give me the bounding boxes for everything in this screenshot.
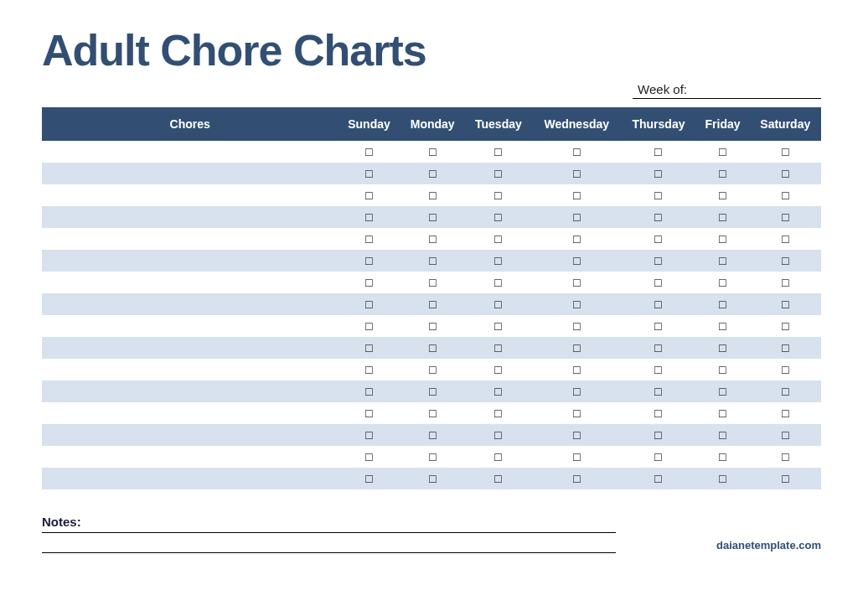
chore-name-cell[interactable]: [42, 468, 338, 489]
checkbox-cell[interactable]: ☐: [750, 250, 821, 272]
chore-name-cell[interactable]: [42, 293, 338, 315]
checkbox-cell[interactable]: ☐: [532, 315, 621, 337]
checkbox-cell[interactable]: ☐: [695, 446, 749, 468]
checkbox-cell[interactable]: ☐: [750, 141, 821, 163]
checkbox-cell[interactable]: ☐: [400, 206, 465, 228]
checkbox-cell[interactable]: ☐: [338, 359, 400, 380]
checkbox-cell[interactable]: ☐: [465, 163, 532, 184]
checkbox-cell[interactable]: ☐: [338, 163, 400, 184]
checkbox-cell[interactable]: ☐: [400, 402, 465, 424]
checkbox-cell[interactable]: ☐: [338, 272, 400, 293]
checkbox-cell[interactable]: ☐: [532, 337, 621, 359]
checkbox-cell[interactable]: ☐: [750, 402, 821, 424]
checkbox-cell[interactable]: ☐: [400, 272, 465, 293]
checkbox-cell[interactable]: ☐: [750, 359, 821, 380]
checkbox-cell[interactable]: ☐: [621, 402, 695, 424]
checkbox-cell[interactable]: ☐: [750, 206, 821, 228]
checkbox-cell[interactable]: ☐: [695, 141, 749, 163]
checkbox-cell[interactable]: ☐: [338, 141, 400, 163]
chore-name-cell[interactable]: [42, 206, 338, 228]
checkbox-cell[interactable]: ☐: [465, 402, 532, 424]
checkbox-cell[interactable]: ☐: [532, 402, 621, 424]
checkbox-cell[interactable]: ☐: [532, 468, 621, 489]
checkbox-cell[interactable]: ☐: [400, 446, 465, 468]
checkbox-cell[interactable]: ☐: [338, 315, 400, 337]
checkbox-cell[interactable]: ☐: [338, 402, 400, 424]
checkbox-cell[interactable]: ☐: [400, 163, 465, 184]
checkbox-cell[interactable]: ☐: [750, 468, 821, 489]
checkbox-cell[interactable]: ☐: [532, 293, 621, 315]
checkbox-cell[interactable]: ☐: [621, 468, 695, 489]
notes-line[interactable]: [42, 533, 616, 553]
checkbox-cell[interactable]: ☐: [400, 359, 465, 380]
checkbox-cell[interactable]: ☐: [695, 228, 749, 250]
checkbox-cell[interactable]: ☐: [695, 315, 749, 337]
checkbox-cell[interactable]: ☐: [465, 141, 532, 163]
checkbox-cell[interactable]: ☐: [465, 359, 532, 380]
chore-name-cell[interactable]: [42, 380, 338, 402]
checkbox-cell[interactable]: ☐: [750, 228, 821, 250]
checkbox-cell[interactable]: ☐: [465, 424, 532, 446]
checkbox-cell[interactable]: ☐: [338, 337, 400, 359]
checkbox-cell[interactable]: ☐: [532, 272, 621, 293]
checkbox-cell[interactable]: ☐: [621, 228, 695, 250]
checkbox-cell[interactable]: ☐: [695, 184, 749, 206]
checkbox-cell[interactable]: ☐: [532, 163, 621, 184]
chore-name-cell[interactable]: [42, 141, 338, 163]
chore-name-cell[interactable]: [42, 402, 338, 424]
checkbox-cell[interactable]: ☐: [750, 184, 821, 206]
checkbox-cell[interactable]: ☐: [465, 337, 532, 359]
checkbox-cell[interactable]: ☐: [695, 424, 749, 446]
checkbox-cell[interactable]: ☐: [400, 184, 465, 206]
checkbox-cell[interactable]: ☐: [695, 380, 749, 402]
checkbox-cell[interactable]: ☐: [621, 359, 695, 380]
checkbox-cell[interactable]: ☐: [532, 446, 621, 468]
checkbox-cell[interactable]: ☐: [750, 315, 821, 337]
checkbox-cell[interactable]: ☐: [338, 446, 400, 468]
chore-name-cell[interactable]: [42, 315, 338, 337]
chore-name-cell[interactable]: [42, 359, 338, 380]
checkbox-cell[interactable]: ☐: [400, 141, 465, 163]
checkbox-cell[interactable]: ☐: [750, 337, 821, 359]
checkbox-cell[interactable]: ☐: [695, 402, 749, 424]
chore-name-cell[interactable]: [42, 250, 338, 272]
checkbox-cell[interactable]: ☐: [695, 272, 749, 293]
checkbox-cell[interactable]: ☐: [338, 380, 400, 402]
checkbox-cell[interactable]: ☐: [465, 228, 532, 250]
checkbox-cell[interactable]: ☐: [465, 315, 532, 337]
checkbox-cell[interactable]: ☐: [621, 293, 695, 315]
checkbox-cell[interactable]: ☐: [338, 250, 400, 272]
checkbox-cell[interactable]: ☐: [695, 337, 749, 359]
checkbox-cell[interactable]: ☐: [695, 163, 749, 184]
checkbox-cell[interactable]: ☐: [465, 250, 532, 272]
checkbox-cell[interactable]: ☐: [532, 228, 621, 250]
checkbox-cell[interactable]: ☐: [338, 184, 400, 206]
checkbox-cell[interactable]: ☐: [621, 184, 695, 206]
checkbox-cell[interactable]: ☐: [621, 250, 695, 272]
checkbox-cell[interactable]: ☐: [695, 206, 749, 228]
chore-name-cell[interactable]: [42, 424, 338, 446]
checkbox-cell[interactable]: ☐: [695, 293, 749, 315]
checkbox-cell[interactable]: ☐: [695, 250, 749, 272]
checkbox-cell[interactable]: ☐: [621, 141, 695, 163]
checkbox-cell[interactable]: ☐: [532, 206, 621, 228]
checkbox-cell[interactable]: ☐: [532, 424, 621, 446]
chore-name-cell[interactable]: [42, 184, 338, 206]
checkbox-cell[interactable]: ☐: [750, 293, 821, 315]
checkbox-cell[interactable]: ☐: [338, 228, 400, 250]
checkbox-cell[interactable]: ☐: [750, 272, 821, 293]
checkbox-cell[interactable]: ☐: [621, 163, 695, 184]
checkbox-cell[interactable]: ☐: [338, 293, 400, 315]
checkbox-cell[interactable]: ☐: [750, 424, 821, 446]
checkbox-cell[interactable]: ☐: [532, 184, 621, 206]
checkbox-cell[interactable]: ☐: [750, 163, 821, 184]
week-of-field[interactable]: Week of:: [633, 82, 821, 99]
checkbox-cell[interactable]: ☐: [621, 446, 695, 468]
checkbox-cell[interactable]: ☐: [400, 315, 465, 337]
checkbox-cell[interactable]: ☐: [338, 468, 400, 489]
chore-name-cell[interactable]: [42, 228, 338, 250]
checkbox-cell[interactable]: ☐: [400, 468, 465, 489]
checkbox-cell[interactable]: ☐: [400, 250, 465, 272]
checkbox-cell[interactable]: ☐: [695, 359, 749, 380]
chore-name-cell[interactable]: [42, 337, 338, 359]
